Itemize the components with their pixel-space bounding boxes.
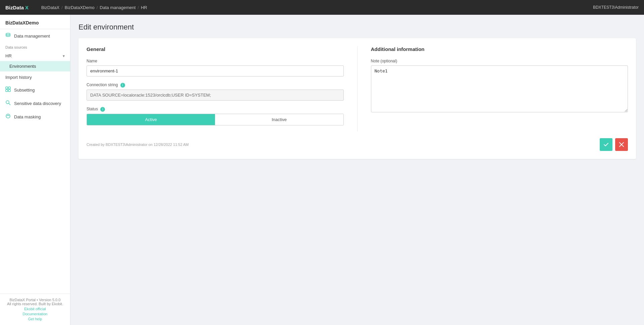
logo-x: X [25, 5, 29, 10]
connection-string-group: Connection string i [87, 83, 344, 101]
breadcrumb-item-1[interactable]: BizDataX [41, 5, 59, 10]
breadcrumb-sep-2: / [97, 5, 98, 10]
note-textarea[interactable]: Note1 [371, 65, 628, 112]
action-buttons [600, 138, 628, 151]
svg-point-0 [6, 33, 10, 35]
name-group: Name [87, 59, 344, 76]
svg-point-8 [7, 115, 8, 116]
svg-rect-1 [6, 87, 8, 89]
footer-line1: BizDataX Portal • Version 5.0.0 [5, 298, 65, 302]
sidebar-datasource-hr[interactable]: HR ▾ [0, 51, 70, 61]
sidebar-footer: BizDataX Portal • Version 5.0.0 All righ… [0, 293, 70, 325]
logo-text: BizData [5, 5, 24, 10]
general-section-title: General [87, 46, 344, 52]
edit-environment-card: General Name Connection string i [78, 38, 636, 159]
sidebar-app-title: BizDataXDemo [0, 15, 70, 29]
status-info-icon[interactable]: i [100, 107, 105, 112]
footer-link-help[interactable]: Get help [5, 317, 65, 321]
svg-rect-2 [8, 87, 10, 89]
database-icon [5, 33, 11, 39]
mask-icon [5, 113, 11, 120]
current-user: BDXTEST3\Administrator [593, 5, 639, 10]
chevron-down-icon: ▾ [63, 54, 65, 58]
sidebar-import-history-label: Import history [5, 75, 32, 80]
breadcrumb-item-4[interactable]: HR [141, 5, 147, 10]
sidebar-data-masking-label: Data masking [14, 114, 41, 119]
sidebar-item-data-masking[interactable]: Data masking [0, 110, 70, 123]
sidebar-item-environments[interactable]: Environments [0, 61, 70, 71]
search-icon [5, 100, 11, 107]
cancel-button[interactable] [615, 138, 628, 151]
datasource-hr-label: HR [5, 53, 12, 58]
additional-section-title: Additional information [371, 46, 628, 52]
svg-point-9 [9, 115, 9, 116]
connection-string-label: Connection string i [87, 83, 344, 88]
page-title: Edit environment [78, 23, 636, 32]
sidebar-item-subsetting[interactable]: Subsetting [0, 83, 70, 97]
breadcrumb-sep-1: / [61, 5, 63, 10]
svg-rect-4 [8, 90, 10, 92]
sidebar-item-data-management[interactable]: Data management [0, 29, 70, 43]
subsetting-icon [5, 87, 11, 93]
sidebar-item-sensitive-data[interactable]: Sensitive data discovery [0, 97, 70, 110]
status-label: Status i [87, 107, 344, 112]
note-group: Note (optional) Note1 [371, 59, 628, 113]
content-area: Edit environment General Name Connection… [70, 15, 644, 325]
status-toggle: Active Inactive [87, 114, 344, 125]
footer-link-ekobit[interactable]: Ekobit official [5, 307, 65, 311]
card-footer: Created by BDXTEST3\Administrator on 12/… [87, 138, 628, 151]
note-label: Note (optional) [371, 59, 628, 63]
status-inactive-button[interactable]: Inactive [215, 114, 343, 125]
breadcrumb-sep-3: / [138, 5, 139, 10]
additional-section: Additional information Note (optional) N… [358, 46, 628, 131]
created-info: Created by BDXTEST3\Administrator on 12/… [87, 143, 189, 147]
breadcrumb-item-3[interactable]: Data management [100, 5, 136, 10]
save-button[interactable] [600, 138, 612, 151]
svg-rect-3 [6, 90, 8, 92]
breadcrumb-item-2[interactable]: BizDataXDemo [65, 5, 95, 10]
connection-string-input [87, 90, 344, 101]
svg-point-7 [6, 114, 10, 118]
name-input[interactable] [87, 65, 344, 76]
svg-line-6 [9, 103, 10, 105]
sidebar-sensitive-label: Sensitive data discovery [14, 101, 61, 106]
sidebar-item-import-history[interactable]: Import history [0, 71, 70, 83]
topbar: BizDataX BizDataX / BizDataXDemo / Data … [0, 0, 644, 15]
sidebar: BizDataXDemo Data management Data source… [0, 15, 70, 325]
footer-line2: All rights reserved. Built by Ekobit. [5, 302, 65, 306]
name-label: Name [87, 59, 344, 63]
breadcrumb: BizDataX / BizDataXDemo / Data managemen… [41, 5, 147, 10]
sidebar-data-management-label: Data management [14, 34, 50, 39]
datasources-section-label: Data sources [0, 43, 70, 51]
connection-string-info-icon[interactable]: i [120, 83, 125, 88]
status-active-button[interactable]: Active [87, 114, 215, 125]
logo: BizDataX [5, 5, 29, 10]
sidebar-subsetting-label: Subsetting [14, 88, 35, 93]
status-group: Status i Active Inactive [87, 107, 344, 125]
general-section: General Name Connection string i [87, 46, 358, 131]
footer-link-docs[interactable]: Documentation [5, 312, 65, 316]
